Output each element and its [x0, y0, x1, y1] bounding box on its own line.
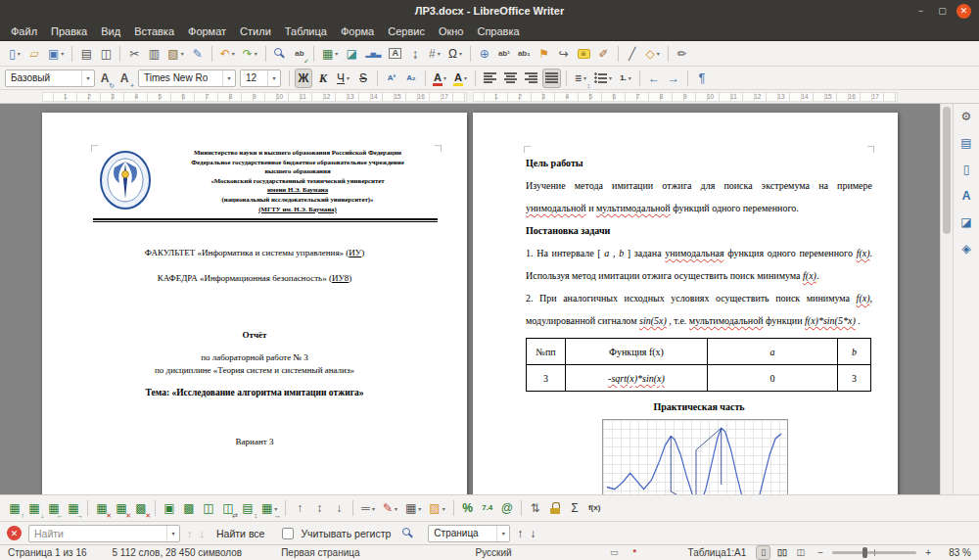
borders-dropdown[interactable]: ▾: [418, 505, 421, 512]
font-color-dropdown[interactable]: ▾: [443, 74, 446, 81]
bold[interactable]: Ж: [295, 69, 312, 88]
table-header-cell[interactable]: b: [838, 339, 871, 365]
update-style[interactable]: А↻: [96, 69, 114, 88]
underline[interactable]: Ч▾: [334, 69, 352, 88]
italic[interactable]: К: [314, 69, 332, 88]
insert-row-below[interactable]: ▦↓: [25, 498, 43, 518]
word-count-indicator[interactable]: 5 112 слов, 28 450 символов: [113, 547, 243, 558]
menu-item-8[interactable]: Сервис: [381, 23, 432, 39]
sidebar-deck-gallery[interactable]: ◪: [957, 212, 975, 232]
optimize-size-dropdown[interactable]: ▾: [274, 505, 277, 512]
doc-line-disc[interactable]: по дисциплине «Теория систем и системный…: [42, 364, 467, 377]
bullet-list[interactable]: ▾: [591, 69, 615, 88]
insert-column-left[interactable]: ▦←: [45, 498, 63, 518]
decrease-indent[interactable]: ←: [645, 69, 663, 88]
superscript[interactable]: А²: [383, 69, 400, 88]
bullet-list-dropdown[interactable]: ▾: [609, 74, 612, 81]
navigate-by-dropdown[interactable]: ▾: [496, 526, 509, 541]
highlighting-color-dropdown[interactable]: ▾: [464, 74, 467, 81]
doc-block-p[interactable]: 2. При аналогичных исходных условиях осу…: [526, 287, 872, 332]
new-style-from-selection[interactable]: А+: [116, 69, 133, 88]
print-preview[interactable]: ◫: [97, 44, 115, 64]
align-right[interactable]: [522, 69, 540, 88]
insert-text-box[interactable]: A: [386, 44, 404, 64]
sum[interactable]: Σ: [566, 498, 583, 518]
strikethrough[interactable]: S: [354, 69, 372, 88]
doc-block-p[interactable]: 1. На интервале [ a , b ] задана унимода…: [526, 242, 872, 287]
menu-item-0[interactable]: Файл: [4, 23, 44, 39]
insert-special-character-dropdown[interactable]: ▾: [459, 50, 462, 57]
split-table[interactable]: ▤↕: [239, 498, 256, 518]
split-cells[interactable]: ◫⇄: [219, 498, 237, 518]
select-table[interactable]: ▩: [180, 498, 198, 518]
navigate-previous-button[interactable]: ↑: [517, 527, 523, 540]
doc-line-tema[interactable]: Тема: «Исследование алгоритма имитации о…: [42, 388, 467, 397]
font-color[interactable]: А▾: [431, 69, 449, 88]
header-line[interactable]: Министерство науки и высшего образования…: [158, 148, 438, 158]
menu-item-5[interactable]: Стили: [233, 23, 278, 39]
insert-bookmark[interactable]: ⚑: [536, 44, 553, 64]
menu-item-9[interactable]: Окно: [432, 23, 471, 39]
find-previous-button[interactable]: ↑: [187, 528, 193, 539]
view-multi-page[interactable]: ▯▯: [774, 545, 789, 560]
protect-cells[interactable]: [546, 498, 564, 518]
table-background-color[interactable]: ▨▾: [426, 498, 447, 518]
sidebar-settings[interactable]: ⚙: [957, 107, 975, 126]
save-dropdown[interactable]: ▾: [61, 50, 64, 57]
save[interactable]: ▣▾: [45, 44, 67, 64]
scrollbar-thumb[interactable]: [943, 107, 951, 234]
header-line[interactable]: Федеральное государственное бюджетное об…: [158, 158, 438, 167]
paste[interactable]: ▧▾: [164, 44, 186, 64]
track-changes[interactable]: ✐: [595, 44, 613, 64]
doc-block-h[interactable]: Постановка задачи: [526, 219, 872, 242]
find-input-wrap[interactable]: ▾: [28, 525, 180, 542]
insert-image[interactable]: ◪: [343, 44, 360, 64]
find-replace[interactable]: [271, 44, 289, 64]
table-header-cell[interactable]: a: [708, 339, 838, 365]
paragraph-style-combo[interactable]: Базовый ▾: [5, 70, 95, 87]
delete-table[interactable]: ▩✕: [132, 498, 150, 518]
underline-dropdown[interactable]: ▾: [347, 74, 350, 81]
basic-shapes[interactable]: ◇▾: [643, 44, 663, 64]
doc-line-lab[interactable]: по лабораторной работе № 3: [42, 351, 467, 364]
undo-dropdown[interactable]: ▾: [232, 50, 235, 57]
document-modified-icon[interactable]: *: [628, 545, 642, 560]
zoom-slider[interactable]: [832, 551, 916, 554]
view-single-page[interactable]: ▯: [756, 545, 770, 560]
insert-special-character[interactable]: Ω▾: [445, 44, 465, 64]
ministry-header-lines[interactable]: Министерство науки и высшего образования…: [158, 148, 438, 213]
sidebar-deck-styles[interactable]: А: [957, 186, 975, 206]
navigate-by-combo[interactable]: Страница ▾: [428, 525, 510, 542]
doc-line-var[interactable]: Вариант 3: [42, 437, 467, 446]
zoom-slider-thumb[interactable]: [862, 547, 867, 558]
table-cell[interactable]: 3: [838, 365, 871, 392]
document-canvas[interactable]: Министерство науки и высшего образования…: [0, 104, 940, 494]
numbered-list-dropdown[interactable]: ▾: [629, 74, 631, 81]
insert-column-right[interactable]: ▦→: [65, 498, 82, 518]
ruler-page2-strip[interactable]: 1234567891011121314151617: [473, 92, 898, 102]
table-cell[interactable]: -sqrt(x)*sin(x): [566, 365, 708, 392]
number-recognition[interactable]: @: [498, 498, 516, 518]
border-color[interactable]: ✎▾: [380, 498, 400, 518]
doc-line-fac[interactable]: ФАКУЛЬТЕТ «Информатика и системы управле…: [42, 248, 467, 257]
match-case-label[interactable]: Учитывать регистр: [301, 528, 391, 539]
menu-item-2[interactable]: Вид: [94, 23, 127, 39]
print[interactable]: ▤: [77, 44, 95, 64]
border-color-dropdown[interactable]: ▾: [395, 505, 397, 512]
menu-item-6[interactable]: Таблица: [278, 23, 334, 39]
zoom-out-button[interactable]: −: [817, 547, 823, 558]
maximize-button[interactable]: ▢: [935, 4, 950, 19]
formula[interactable]: f(x): [585, 498, 603, 518]
font-size-combo[interactable]: 12 ▾: [240, 70, 281, 87]
insert-footnote[interactable]: ab¹: [495, 44, 513, 64]
center-vertically[interactable]: ↕: [310, 498, 328, 518]
find-next-button[interactable]: ↓: [200, 528, 206, 539]
insert-hyperlink[interactable]: ⊕: [476, 44, 493, 64]
clone-formatting[interactable]: ✎: [189, 44, 207, 64]
insert-line[interactable]: ╱: [624, 44, 641, 64]
delete-column[interactable]: ▦✕: [113, 498, 130, 518]
page-number-indicator[interactable]: Страница 1 из 16: [8, 547, 87, 558]
sidebar-deck-properties[interactable]: ▤: [957, 133, 975, 153]
increase-indent[interactable]: →: [665, 69, 682, 88]
doc-line-kaf[interactable]: КАФЕДРА «Информационная безопасность» (И…: [42, 273, 467, 283]
